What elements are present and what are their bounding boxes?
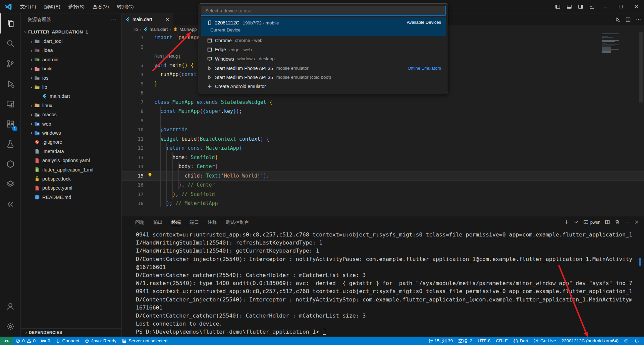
account-icon[interactable] bbox=[0, 296, 21, 317]
tree-item-web[interactable]: ›web bbox=[21, 119, 121, 128]
code-line-13[interactable]: 13 home: Scaffold( bbox=[122, 153, 644, 162]
panel-tab-4[interactable]: 注释 bbox=[208, 216, 217, 228]
settings-icon[interactable] bbox=[0, 317, 21, 337]
panel-more-actions-button[interactable] bbox=[624, 219, 630, 225]
tree-item-android[interactable]: ›android bbox=[21, 55, 121, 64]
editor-scrollbar[interactable] bbox=[639, 32, 643, 102]
code-line-18[interactable]: 18 ); // MaterialApp bbox=[122, 199, 644, 208]
go-live-status[interactable]: Go Live bbox=[531, 337, 559, 345]
code-line-15[interactable]: 15 child: Text('Hello World!'), bbox=[122, 171, 644, 181]
terminal-prompt[interactable]: PS D:\Develop\demos\flutter-demo\flutter… bbox=[136, 328, 641, 336]
panel-tab-1[interactable]: 输出 bbox=[153, 216, 163, 228]
minimap[interactable] bbox=[602, 33, 620, 53]
code-line-8[interactable]: 8 const MainApp({super.key}); bbox=[122, 107, 644, 116]
close-panel-button[interactable] bbox=[634, 219, 639, 225]
extensions-icon[interactable]: 1 bbox=[0, 114, 21, 134]
code-line-11[interactable]: 11 Widget build(BuildContext context) { bbox=[122, 135, 644, 144]
tree-item-lib[interactable]: ›lib bbox=[21, 82, 121, 91]
tree-root[interactable]: ›FLUTTER_APPLICATION_1 bbox=[21, 27, 121, 37]
toggle-sidebar-icon[interactable] bbox=[552, 2, 564, 12]
tree-item-pubspec-yaml[interactable]: pubspec.yaml bbox=[21, 184, 121, 193]
tree-item-pubspec-lock[interactable]: pubspec.lock bbox=[21, 174, 121, 183]
menu-item-4[interactable]: 转到(G) bbox=[113, 2, 138, 11]
breadcrumb-item-main.dart[interactable]: main.dart bbox=[150, 27, 168, 32]
quick-pick-item-6[interactable]: Create Android emulator bbox=[201, 82, 446, 91]
tree-item--metadata[interactable]: .metadata bbox=[21, 147, 121, 156]
tree-item-linux[interactable]: ›linux bbox=[21, 101, 121, 110]
notifications-status[interactable] bbox=[632, 337, 642, 345]
split-terminal-button[interactable] bbox=[605, 219, 610, 225]
dependencies-section[interactable]: › DEPENDENCIES bbox=[21, 328, 121, 337]
tree-item-ios[interactable]: ›iosios bbox=[21, 73, 121, 82]
explorer-more-actions-icon[interactable]: ··· bbox=[110, 16, 117, 22]
testing-icon[interactable] bbox=[0, 134, 21, 154]
quick-pick-item-1[interactable]: Chromechrome - web bbox=[201, 36, 446, 45]
remote-indicator[interactable]: >< bbox=[0, 337, 13, 345]
menu-item-5[interactable]: ··· bbox=[138, 2, 151, 11]
layers-icon[interactable] bbox=[0, 174, 21, 194]
menu-item-2[interactable]: 选择(S) bbox=[64, 2, 89, 11]
quick-pick-input[interactable] bbox=[201, 6, 446, 16]
tree-item-main-dart[interactable]: main.dart bbox=[21, 92, 121, 101]
quick-pick-input-field[interactable] bbox=[205, 8, 442, 14]
terminal[interactable]: 0941 scontext=u:r:untrusted_app:s0:c8,c2… bbox=[136, 231, 641, 336]
tree-item-build[interactable]: ›build bbox=[21, 64, 121, 73]
source-control-icon[interactable] bbox=[0, 54, 21, 74]
quick-pick-item-3[interactable]: Windowswindows - desktop bbox=[201, 54, 446, 64]
breadcrumb-item-lib[interactable]: lib bbox=[133, 27, 138, 32]
tree-item-macos[interactable]: ›macos bbox=[21, 110, 121, 119]
quick-pick-item-0[interactable]: 22081212C199b7f72 - mobileCurrent Device… bbox=[201, 17, 446, 36]
close-button[interactable]: ✕ bbox=[629, 0, 644, 13]
language-mode-status[interactable]: { }Dart bbox=[511, 337, 531, 345]
tree-item-analysis-options-yaml[interactable]: analysis_options.yaml bbox=[21, 156, 121, 165]
remote-explorer-icon[interactable] bbox=[0, 94, 21, 114]
encoding-status[interactable]: UTF-8 bbox=[475, 337, 493, 345]
quick-pick-item-4[interactable]: Start Medium Phone API 35mobile emulator… bbox=[201, 64, 446, 73]
device-status[interactable]: 22081212C (android-arm64) bbox=[559, 337, 621, 345]
panel-tab-2[interactable]: 终端 bbox=[171, 216, 181, 228]
connect-status[interactable]: Connect bbox=[53, 337, 82, 345]
panel-tab-3[interactable]: 端口 bbox=[190, 216, 199, 228]
code-line-14[interactable]: 14 body: Center( bbox=[122, 162, 644, 171]
maximize-button[interactable]: ☐ bbox=[613, 0, 629, 13]
terminal-profile-dropdown[interactable] bbox=[574, 219, 579, 225]
breadcrumb-item-mainapp[interactable]: MainApp bbox=[179, 27, 197, 32]
quick-pick-item-5[interactable]: Start Medium Phone API 35mobile emulator… bbox=[201, 73, 446, 82]
eol-status[interactable]: CRLF bbox=[493, 337, 510, 345]
terminal-shell-pwsh[interactable]: pwsh bbox=[583, 219, 600, 225]
tree-item-windows[interactable]: ›windows bbox=[21, 128, 121, 137]
lightbulb-icon[interactable] bbox=[147, 171, 153, 177]
tree-item--dart-tool[interactable]: ›.dart_tool bbox=[21, 37, 121, 46]
copilot-status[interactable] bbox=[621, 337, 632, 345]
close-tab-icon[interactable]: ✕ bbox=[165, 17, 169, 22]
problems-status[interactable]: 00 bbox=[13, 337, 38, 345]
indentation-status[interactable]: 空格: 2 bbox=[455, 337, 475, 345]
panel-tab-5[interactable]: 调试控制台 bbox=[226, 216, 249, 228]
double-chevron-icon[interactable] bbox=[0, 194, 21, 214]
code-line-9[interactable]: 9 bbox=[122, 116, 644, 126]
quick-pick-item-2[interactable]: Edgeedge - web bbox=[201, 45, 446, 55]
more-actions-button[interactable] bbox=[636, 17, 641, 22]
run-button[interactable] bbox=[615, 17, 621, 22]
java-status-status[interactable]: Java: Ready bbox=[82, 337, 119, 345]
server-status-status[interactable]: Server not selected bbox=[119, 337, 170, 345]
minimize-button[interactable]: ─ bbox=[598, 0, 613, 13]
code-line-17[interactable]: 17 ), // Scaffold bbox=[122, 190, 644, 199]
hexagon-icon[interactable] bbox=[0, 154, 21, 174]
code-line-7[interactable]: 7class MainApp extends StatelessWidget { bbox=[122, 98, 644, 107]
tab-main-dart[interactable]: main.dart ✕ bbox=[122, 13, 173, 25]
tree-item-flutter-application-1-iml[interactable]: flutter_application_1.iml bbox=[21, 165, 121, 174]
customize-layout-icon[interactable] bbox=[586, 2, 598, 12]
menu-item-3[interactable]: 查看(V) bbox=[89, 2, 113, 11]
ports-status[interactable]: 0 bbox=[38, 337, 53, 345]
explorer-icon[interactable] bbox=[0, 13, 21, 33]
run-debug-icon[interactable] bbox=[0, 74, 21, 94]
tree-item-readme-md[interactable]: README.md bbox=[21, 193, 121, 202]
split-editor-button[interactable] bbox=[625, 17, 631, 22]
menu-item-1[interactable]: 编辑(E) bbox=[40, 2, 64, 11]
toggle-secondary-sidebar-icon[interactable] bbox=[575, 2, 586, 12]
tree-item--idea[interactable]: ›.idea bbox=[21, 46, 121, 55]
menu-item-0[interactable]: 文件(F) bbox=[16, 2, 40, 11]
tree-item--gitignore[interactable]: .gitignore bbox=[21, 138, 121, 147]
code-line-12[interactable]: 12 return const MaterialApp( bbox=[122, 144, 644, 153]
